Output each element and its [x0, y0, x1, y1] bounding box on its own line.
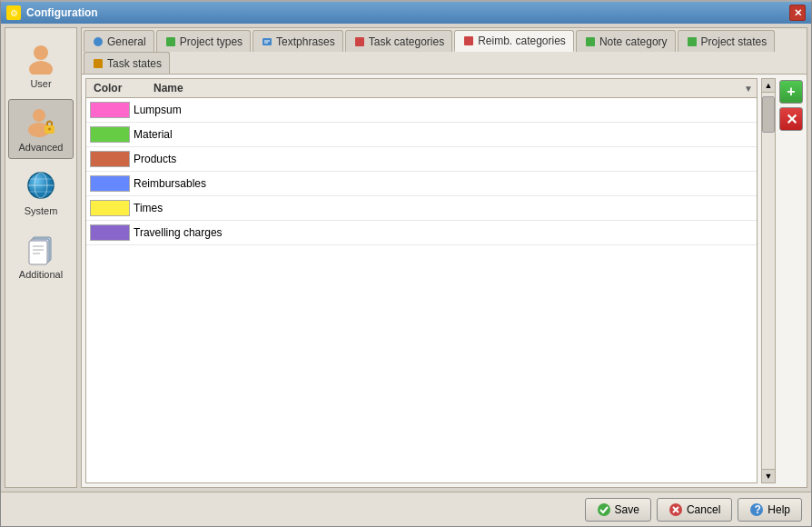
tab-project-states[interactable]: Project states: [678, 30, 776, 52]
table-row[interactable]: Travelling charges: [86, 221, 757, 245]
svg-point-0: [34, 45, 48, 60]
task-categories-tab-icon: [353, 35, 366, 48]
help-label: Help: [767, 503, 790, 516]
table-row[interactable]: Material: [86, 123, 757, 147]
user-icon: [25, 42, 57, 75]
project-states-tab-icon: [686, 35, 698, 48]
sidebar-item-user[interactable]: User: [8, 35, 74, 95]
sidebar-system-label: System: [25, 205, 58, 216]
help-button[interactable]: ? Help: [738, 498, 802, 522]
help-icon: ?: [749, 502, 764, 517]
action-buttons: + ✕: [779, 78, 803, 483]
general-tab-icon: [92, 35, 104, 48]
scroll-up-btn[interactable]: ▲: [761, 78, 776, 93]
color-swatch: [90, 175, 130, 192]
tab-textphrases[interactable]: Textphrases: [253, 30, 343, 52]
row-name: Times: [134, 202, 753, 214]
sidebar-advanced-label: Advanced: [19, 142, 64, 153]
system-icon: [25, 169, 57, 202]
cancel-label: Cancel: [687, 503, 720, 516]
color-swatch: [90, 224, 130, 241]
row-name: Material: [134, 128, 753, 141]
row-name: Products: [134, 153, 753, 165]
svg-rect-24: [586, 37, 595, 46]
table-area: Color Name ▼ Lumpsum Material Products R…: [85, 78, 758, 483]
sidebar-item-system[interactable]: System: [8, 163, 74, 223]
add-button[interactable]: +: [779, 80, 803, 104]
sort-icon: ▼: [744, 84, 753, 94]
scroll-thumb[interactable]: [762, 96, 775, 133]
svg-rect-18: [166, 37, 175, 46]
main-content: General Project types Textphrases: [81, 27, 807, 488]
textphrases-tab-icon: [261, 35, 273, 48]
tab-reimb-categories[interactable]: Reimb. categories: [454, 30, 574, 52]
sidebar-additional-label: Additional: [19, 269, 63, 280]
close-button[interactable]: ✕: [789, 5, 806, 21]
col-header-color: Color: [90, 82, 153, 94]
reimb-categories-tab-icon: [462, 35, 475, 47]
svg-rect-22: [355, 37, 364, 46]
sidebar-item-additional[interactable]: Additional: [8, 226, 74, 286]
note-category-tab-icon: [584, 35, 597, 48]
title-bar-left: ⚙ Configuration: [6, 5, 98, 20]
row-name: Travelling charges: [134, 226, 753, 239]
table-body: Lumpsum Material Products Reimbursables …: [86, 98, 757, 482]
col-header-name: Name: [153, 82, 744, 94]
footer: Save Cancel ? Help: [1, 492, 811, 526]
tab-task-states[interactable]: Task states: [84, 52, 170, 74]
color-swatch: [90, 151, 130, 167]
save-icon: [597, 502, 611, 517]
window-title: Configuration: [26, 6, 98, 19]
title-bar: ⚙ Configuration ✕: [1, 2, 811, 24]
cancel-button[interactable]: Cancel: [657, 498, 732, 522]
cancel-icon: [668, 502, 683, 517]
tab-note-category[interactable]: Note category: [576, 30, 676, 52]
svg-point-27: [598, 503, 610, 516]
table-row[interactable]: Reimbursables: [86, 172, 757, 196]
save-button[interactable]: Save: [585, 498, 651, 522]
color-swatch: [90, 126, 130, 143]
scroll-down-btn[interactable]: ▼: [761, 469, 776, 483]
svg-rect-23: [464, 36, 473, 45]
project-types-tab-icon: [164, 35, 177, 48]
table-row[interactable]: Times: [86, 196, 757, 221]
window-icon: ⚙: [6, 5, 21, 20]
row-name: Lumpsum: [134, 104, 753, 116]
remove-button[interactable]: ✕: [779, 107, 803, 131]
window-body: User Advanced: [1, 24, 811, 492]
tab-content: Color Name ▼ Lumpsum Material Products R…: [82, 75, 807, 487]
tabs-bar: General Project types Textphrases: [82, 28, 807, 75]
save-label: Save: [615, 503, 639, 516]
table-row[interactable]: Products: [86, 147, 757, 172]
sidebar-item-advanced[interactable]: Advanced: [8, 99, 74, 159]
scroll-track: [761, 93, 776, 469]
configuration-window: ⚙ Configuration ✕ User: [0, 0, 812, 527]
svg-point-2: [33, 109, 45, 122]
tab-general[interactable]: General: [84, 30, 154, 52]
additional-icon: [25, 233, 57, 265]
task-states-tab-icon: [92, 57, 104, 70]
svg-text:?: ?: [755, 503, 761, 516]
svg-rect-25: [688, 37, 697, 46]
svg-point-1: [29, 61, 53, 75]
svg-point-17: [94, 37, 103, 46]
row-name: Reimbursables: [134, 177, 753, 190]
color-swatch: [90, 200, 130, 216]
scrollbar[interactable]: ▲ ▼: [761, 78, 776, 483]
svg-rect-26: [94, 59, 103, 68]
table-header: Color Name ▼: [86, 79, 757, 98]
sidebar-user-label: User: [30, 78, 51, 89]
svg-rect-13: [29, 241, 47, 264]
sidebar: User Advanced: [5, 27, 77, 488]
advanced-icon: [25, 105, 57, 138]
tab-task-categories[interactable]: Task categories: [345, 30, 452, 52]
tab-project-types[interactable]: Project types: [156, 30, 251, 52]
color-swatch: [90, 102, 130, 118]
svg-rect-19: [262, 38, 272, 45]
svg-point-5: [48, 128, 51, 131]
table-row[interactable]: Lumpsum: [86, 98, 757, 123]
